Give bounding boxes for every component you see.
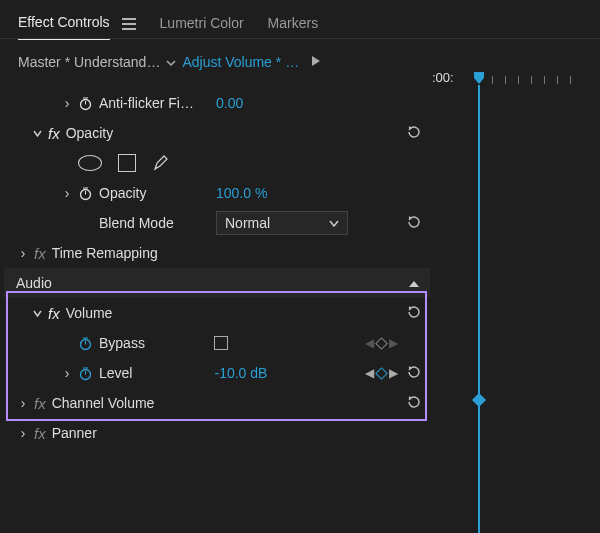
- rectangle-mask-icon[interactable]: [118, 154, 136, 172]
- opacity-group-label: Opacity: [66, 125, 113, 141]
- expand-caret[interactable]: ›: [62, 185, 72, 201]
- fx-badge[interactable]: fx: [34, 425, 46, 442]
- bypass-checkbox[interactable]: [214, 336, 228, 350]
- effect-list: › Anti-flicker Fi… 0.00 fx Opacity: [4, 88, 430, 448]
- tab-markers[interactable]: Markers: [268, 11, 319, 39]
- opacity-value[interactable]: 100.0 %: [216, 185, 267, 201]
- time-remapping-label: Time Remapping: [52, 245, 158, 261]
- play-icon[interactable]: [311, 54, 321, 70]
- keyframe-nav[interactable]: ◀ ▶: [365, 366, 398, 380]
- fx-badge[interactable]: fx: [48, 125, 60, 142]
- playhead-line: [478, 85, 480, 533]
- stopwatch-icon[interactable]: [78, 336, 93, 351]
- panel-menu-icon[interactable]: [122, 17, 136, 33]
- tab-lumetri-color[interactable]: Lumetri Color: [160, 11, 244, 39]
- tab-effect-controls[interactable]: Effect Controls: [18, 10, 110, 40]
- sequence-clip-label[interactable]: Adjust Volume * …: [182, 54, 299, 70]
- reset-icon[interactable]: [406, 394, 422, 413]
- reset-icon[interactable]: [406, 364, 422, 383]
- keyframe-marker[interactable]: [472, 393, 486, 407]
- panner-label: Panner: [52, 425, 97, 441]
- fx-badge[interactable]: fx: [34, 245, 46, 262]
- channel-volume-label: Channel Volume: [52, 395, 155, 411]
- level-value[interactable]: -10.0 dB: [214, 365, 267, 381]
- expand-caret[interactable]: ›: [62, 365, 72, 381]
- reset-icon[interactable]: [406, 124, 422, 143]
- stopwatch-icon[interactable]: [78, 366, 93, 381]
- mini-timeline[interactable]: :00:: [432, 70, 596, 533]
- audio-section-label: Audio: [4, 275, 408, 291]
- collapse-caret[interactable]: [32, 130, 42, 137]
- audio-section-header[interactable]: Audio: [4, 268, 430, 298]
- blend-mode-select[interactable]: Normal: [216, 211, 348, 235]
- expand-caret[interactable]: ›: [18, 395, 28, 411]
- reset-icon[interactable]: [406, 304, 422, 323]
- fx-badge[interactable]: fx: [48, 305, 60, 322]
- fx-badge[interactable]: fx: [34, 395, 46, 412]
- reset-icon[interactable]: [406, 214, 422, 233]
- keyframe-nav[interactable]: ◀ ▶: [365, 336, 398, 350]
- add-keyframe-icon[interactable]: [375, 337, 388, 350]
- playhead-icon[interactable]: [473, 71, 485, 85]
- master-clip-label[interactable]: Master * Understand…: [18, 54, 160, 70]
- bypass-label: Bypass: [99, 335, 145, 351]
- ellipse-mask-icon[interactable]: [78, 155, 102, 171]
- timecode-label: :00:: [432, 70, 454, 85]
- scroll-up-icon[interactable]: [408, 275, 430, 291]
- opacity-prop-label: Opacity: [99, 185, 146, 201]
- collapse-caret[interactable]: [32, 310, 42, 317]
- antiflicker-label: Anti-flicker Fi…: [99, 95, 194, 111]
- ruler-ticks: [477, 74, 592, 88]
- expand-caret[interactable]: ›: [18, 425, 28, 441]
- expand-caret[interactable]: ›: [62, 95, 72, 111]
- blend-mode-label: Blend Mode: [99, 215, 174, 231]
- panel-tab-bar: Effect Controls Lumetri Color Markers: [0, 0, 600, 40]
- antiflicker-value[interactable]: 0.00: [216, 95, 243, 111]
- chevron-down-icon[interactable]: [166, 54, 176, 70]
- pen-mask-icon[interactable]: [152, 154, 170, 172]
- expand-caret[interactable]: ›: [18, 245, 28, 261]
- volume-label: Volume: [66, 305, 113, 321]
- add-keyframe-icon[interactable]: [375, 367, 388, 380]
- stopwatch-icon[interactable]: [78, 186, 93, 201]
- stopwatch-icon[interactable]: [78, 96, 93, 111]
- level-label: Level: [99, 365, 132, 381]
